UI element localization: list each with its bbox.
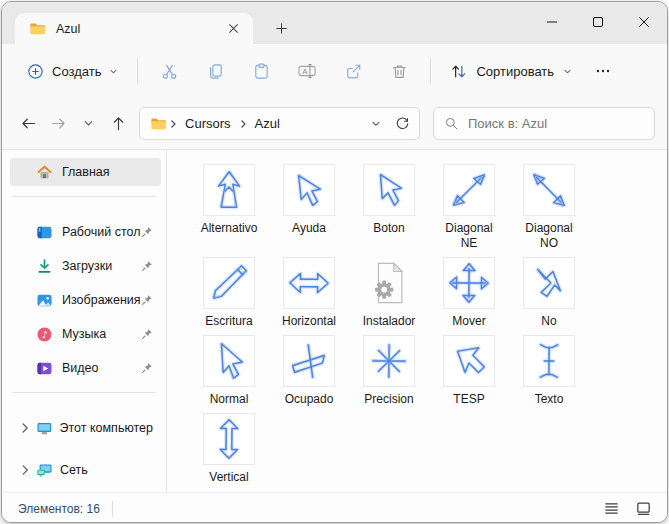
cut-button[interactable] (146, 53, 192, 89)
more-options-button[interactable] (583, 53, 623, 89)
sidebar-item-desktop[interactable]: Рабочий стол (10, 218, 161, 246)
sidebar-item-this-pc[interactable]: Этот компьютер (10, 414, 161, 442)
address-dropdown-button[interactable] (363, 111, 389, 137)
copy-button[interactable] (192, 53, 238, 89)
status-bar: Элементов: 16 (2, 492, 667, 523)
plus-circle-icon (26, 62, 45, 81)
large-icons-view-button[interactable] (629, 497, 657, 521)
file-item-mover[interactable]: Mover (429, 257, 509, 329)
close-button[interactable] (621, 2, 667, 42)
minimize-icon (545, 15, 559, 29)
recent-locations-button[interactable] (74, 108, 104, 139)
chevron-down-icon (370, 118, 382, 130)
rename-button[interactable]: A (284, 53, 330, 89)
file-item-alternativo[interactable]: Alternativo (189, 164, 269, 251)
sidebar-item-label: Этот компьютер (60, 421, 153, 435)
delete-button[interactable] (376, 53, 422, 89)
desktop-icon (36, 224, 53, 241)
cursor-vertical-icon (206, 416, 252, 462)
cursor-thumbnail (203, 164, 255, 216)
cursor-precision-icon (366, 338, 412, 384)
details-view-button[interactable] (597, 497, 625, 521)
file-item-instalador[interactable]: Instalador (349, 257, 429, 329)
folder-icon (150, 116, 167, 131)
items-count: Элементов: 16 (18, 502, 100, 516)
explorer-body: Главная Рабочий стол (2, 150, 667, 492)
file-item-escritura[interactable]: Escritura (189, 257, 269, 329)
downloads-icon (36, 258, 53, 275)
file-item-horizontal[interactable]: Horizontal (269, 257, 349, 329)
cursor-thumbnail (443, 335, 495, 387)
file-item-diagonal-ne[interactable]: Diagonal NE (429, 164, 509, 251)
paste-button[interactable] (238, 53, 284, 89)
command-toolbar: Создать A (2, 44, 667, 98)
pin-icon (141, 362, 153, 374)
cursor-thumbnail (283, 257, 335, 309)
tab-azul[interactable]: Azul (15, 13, 253, 44)
sidebar-item-downloads[interactable]: Загрузки (10, 252, 161, 280)
file-name: Normal (197, 392, 261, 407)
tab-title: Azul (56, 22, 221, 36)
file-name: Diagonal NO (517, 221, 581, 251)
file-item-ayuda[interactable]: Ayuda (269, 164, 349, 251)
chevron-right-icon[interactable] (18, 421, 32, 435)
breadcrumb[interactable]: Cursors Azul (139, 107, 420, 140)
sort-icon (449, 62, 468, 81)
sidebar-item-label: Изображения (62, 293, 141, 307)
minimize-button[interactable] (529, 2, 575, 42)
file-name: Boton (357, 221, 421, 236)
music-icon: ♪ (36, 326, 53, 343)
file-item-vertical[interactable]: Vertical (189, 413, 269, 485)
new-button[interactable]: Создать (16, 56, 129, 87)
tab-close-icon[interactable] (221, 17, 245, 41)
file-name: Instalador (357, 314, 421, 329)
sidebar-item-pictures[interactable]: Изображения (10, 286, 161, 314)
cursor-move-icon (446, 260, 492, 306)
file-name: TESP (437, 392, 501, 407)
file-item-boton[interactable]: Boton (349, 164, 429, 251)
pin-icon (141, 226, 153, 238)
back-button[interactable] (14, 108, 44, 139)
status-separator (112, 501, 113, 517)
sidebar-item-home[interactable]: Главная (10, 158, 161, 186)
sidebar-item-videos[interactable]: Видео (10, 354, 161, 382)
maximize-button[interactable] (575, 2, 621, 42)
cursor-thumbnail (363, 335, 415, 387)
installer-file-thumbnail (363, 257, 415, 309)
refresh-button[interactable] (389, 111, 415, 137)
plus-icon (275, 22, 288, 35)
sidebar-separator (12, 392, 156, 393)
file-item-no[interactable]: No (509, 257, 589, 329)
sidebar-item-network[interactable]: Сеть (10, 456, 161, 484)
rename-icon: A (297, 61, 317, 81)
file-item-ocupado[interactable]: Ocupado (269, 335, 349, 407)
cursor-diagonal-ne-icon (446, 167, 492, 213)
maximize-icon (591, 15, 605, 29)
cursor-unavailable-icon (526, 260, 572, 306)
toolbar-separator (137, 58, 138, 84)
sidebar-item-label: Видео (62, 361, 141, 375)
cursor-thumbnail (523, 335, 575, 387)
file-name: Vertical (197, 470, 261, 485)
explorer-window: Azul Создать (1, 1, 668, 523)
file-name: Ocupado (277, 392, 341, 407)
breadcrumb-segment-cursors[interactable]: Cursors (179, 113, 237, 134)
file-grid: Alternativo Ayuda Boton Diagonal NE Diag… (167, 150, 667, 492)
file-item-normal[interactable]: Normal (189, 335, 269, 407)
search-box (433, 107, 655, 140)
sidebar-item-music[interactable]: ♪ Музыка (10, 320, 161, 348)
sidebar-item-label: Загрузки (62, 259, 141, 273)
file-item-texto[interactable]: Texto (509, 335, 589, 407)
sort-button[interactable]: Сортировать (439, 56, 583, 87)
breadcrumb-segment-azul[interactable]: Azul (249, 113, 286, 134)
file-item-tesp[interactable]: TESP (429, 335, 509, 407)
share-button[interactable] (330, 53, 376, 89)
new-tab-button[interactable] (269, 16, 293, 40)
up-button[interactable] (103, 108, 133, 139)
search-input[interactable] (468, 116, 644, 131)
file-item-diagonal-no[interactable]: Diagonal NO (509, 164, 589, 251)
forward-button[interactable] (44, 108, 74, 139)
file-item-precision[interactable]: Precision (349, 335, 429, 407)
svg-text:♪: ♪ (41, 328, 47, 339)
chevron-right-icon[interactable] (18, 463, 32, 477)
